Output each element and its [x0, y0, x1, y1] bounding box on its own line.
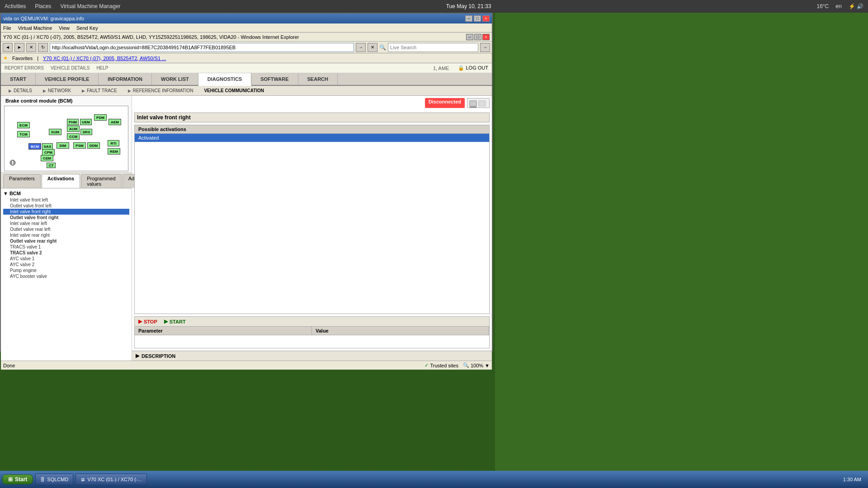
vm-minimize-button[interactable]: ─: [465, 15, 472, 22]
subnav-fault-trace-arrow: ▶: [82, 89, 85, 93]
ie-search-input[interactable]: [388, 43, 478, 52]
ie-stop-nav-button[interactable]: ✕: [368, 43, 377, 52]
tree-item-ayc-valve-1[interactable]: AYC valve 1: [3, 256, 129, 262]
ecu-uem[interactable]: UEM: [80, 119, 92, 125]
ecu-ddm[interactable]: DDM: [87, 142, 100, 149]
nav-software[interactable]: SOFTWARE: [251, 73, 298, 85]
ie-go-button[interactable]: →: [356, 43, 366, 52]
ecu-bcm[interactable]: BCM: [28, 143, 41, 150]
ie-close[interactable]: ×: [482, 34, 490, 40]
tree-item-pump-engine[interactable]: Pump engine: [3, 267, 129, 273]
tree-item-inlet-valve-rear-right[interactable]: Inlet valve rear right: [3, 232, 129, 238]
tree-item-outlet-valve-front-right[interactable]: Outlet valve front right: [3, 215, 129, 221]
subnav-network-arrow: ▶: [43, 89, 46, 93]
ie-favorites-label[interactable]: Favorites: [12, 56, 33, 61]
ie-menu-view[interactable]: View: [59, 25, 70, 31]
places-menu[interactable]: Places: [35, 3, 51, 9]
sqlcmd-icon: 🗄: [40, 477, 45, 482]
ecu-psm[interactable]: PSM: [73, 142, 86, 149]
svg-rect-2: [470, 101, 476, 106]
ecu-rti[interactable]: RTI: [108, 140, 119, 146]
desktop-top-right: 16°C en ⚡ 🔊: [816, 3, 863, 9]
ecu-ecm[interactable]: ECM: [17, 122, 30, 128]
nav-vehicle-profile[interactable]: VEHICLE PROFILE: [36, 73, 99, 85]
language[interactable]: en: [835, 3, 841, 9]
ecu-rem[interactable]: REM: [108, 148, 120, 155]
nav-diagnostics[interactable]: DIAGNOSTICS: [198, 73, 251, 86]
ie-menu-sendkey[interactable]: Send Key: [76, 25, 98, 31]
stop-button[interactable]: ▶ STOP: [138, 319, 157, 324]
tree-item-inlet-valve-front-right[interactable]: Inlet valve front right: [3, 209, 129, 215]
tree-group-bcm[interactable]: ▼ BCM: [3, 190, 129, 197]
start-button[interactable]: ▶ START: [164, 319, 186, 324]
vm-maximize-button[interactable]: □: [474, 15, 481, 22]
tree-list: ▼ BCM Inlet valve front left Outlet valv…: [1, 188, 132, 361]
ie-menu-vm[interactable]: Virtual Machine: [18, 25, 52, 31]
ecu-cem[interactable]: CEM: [41, 155, 53, 161]
taskbar-item-sqlcmd[interactable]: 🗄 SQLCMD: [35, 474, 73, 485]
nav-start[interactable]: START: [1, 73, 36, 85]
ecu-sas[interactable]: SAS: [42, 143, 53, 150]
ie-fav-item[interactable]: Y70 XC (01-) / XC70 (-07), 2005, B5254T2…: [43, 56, 166, 61]
tree-item-outlet-valve-rear-left[interactable]: Outlet valve rear left: [3, 226, 129, 232]
vm-titlebar: vida on QEMU/KVM: gravicappa.info ─ □ ×: [1, 14, 492, 23]
start-button[interactable]: ⊞ Start: [2, 474, 33, 484]
vm-right-panel: [495, 13, 868, 471]
ie-stop-button[interactable]: ✕: [26, 43, 36, 52]
ie-address-bar[interactable]: [50, 43, 354, 52]
logout-button[interactable]: 🔒 LOG OUT: [458, 65, 488, 71]
tree-item-inlet-valve-front-left[interactable]: Inlet valve front left: [3, 197, 129, 203]
tab-activations[interactable]: Activations: [42, 174, 80, 188]
ecu-dim[interactable]: DIM: [57, 142, 69, 149]
tree-item-inlet-valve-rear-left[interactable]: Inlet valve rear left: [3, 221, 129, 226]
vm-close-button[interactable]: ×: [482, 15, 490, 22]
activation-row-activated[interactable]: Activated: [135, 134, 489, 142]
ie-menu-file[interactable]: File: [3, 25, 11, 31]
ecu-ct[interactable]: CT: [47, 163, 56, 168]
ecu-ccm[interactable]: CCM: [67, 133, 80, 140]
activation-list: Activated: [134, 133, 490, 314]
ecu-pdm[interactable]: PDM: [94, 114, 107, 121]
tree-group-collapse-icon: ▼: [3, 191, 8, 196]
tab-programmed-values[interactable]: Programmed values: [81, 174, 122, 188]
tree-item-ayc-valve-2[interactable]: AYC valve 2: [3, 262, 129, 267]
help-link[interactable]: HELP: [96, 66, 108, 70]
subnav-fault-trace[interactable]: ▶ FAULT TRACE: [76, 86, 123, 95]
ecu-srs[interactable]: SRS: [80, 129, 92, 135]
nav-work-list[interactable]: WORK LIST: [152, 73, 198, 85]
ecu-tcm[interactable]: TCM: [17, 131, 30, 137]
report-errors-link[interactable]: REPORT ERRORS: [5, 66, 44, 70]
ecu-aum[interactable]: AUM: [67, 126, 80, 132]
subnav-vehicle-comm[interactable]: VEHICLE COMMUNICATION: [198, 86, 269, 95]
tree-item-outlet-valve-rear-right[interactable]: Outlet valve rear right: [3, 238, 129, 244]
tree-item-ayc-booster-valve[interactable]: AYC booster valve: [3, 273, 129, 279]
ie-statusbar: Done ✓ Trusted sites 🔍 100% ▼: [1, 361, 492, 370]
ie-minimize[interactable]: ─: [466, 34, 473, 40]
taskbar-item-v70[interactable]: 🖥 V70 XC (01-) / XC70 (-...: [75, 474, 146, 485]
nav-search[interactable]: SEARCH: [298, 73, 338, 85]
tab-parameters[interactable]: Parameters: [3, 174, 41, 188]
nav-information[interactable]: INFORMATION: [99, 73, 152, 85]
ie-search-icon: 🔍: [379, 44, 386, 51]
ecu-phm[interactable]: PHM: [67, 119, 79, 125]
ie-forward-button[interactable]: ►: [14, 43, 24, 52]
subnav-network[interactable]: ▶ NETWORK: [38, 86, 76, 95]
description-bar[interactable]: ▶ DESCRIPTION: [132, 351, 492, 361]
vehicle-details-link[interactable]: VEHICLE DETAILS: [51, 66, 90, 70]
vmm-menu[interactable]: Virtual Machine Manager: [60, 3, 120, 9]
ecu-aem[interactable]: AEM: [108, 119, 121, 125]
vida-main-area: Brake control module (BCM) ECM TCM BCM S…: [1, 96, 492, 361]
activities-link[interactable]: Activities: [5, 3, 26, 9]
subnav-details[interactable]: ▶ DETAILS: [3, 86, 38, 95]
ie-refresh-button[interactable]: ↻: [38, 43, 48, 52]
tree-item-tracs-valve-1[interactable]: TRACS valve 1: [3, 244, 129, 250]
ie-back-button[interactable]: ◄: [3, 43, 13, 52]
ecu-cpm[interactable]: CPM: [42, 149, 55, 155]
ie-restore[interactable]: □: [474, 34, 481, 40]
ecu-sum[interactable]: SUM: [49, 129, 61, 135]
zoom-control[interactable]: 🔍 100% ▼: [463, 362, 490, 368]
subnav-reference-info[interactable]: ▶ REFERENCE INFORMATION: [123, 86, 199, 95]
ie-search-go[interactable]: →: [480, 43, 490, 52]
tree-item-outlet-valve-front-left[interactable]: Outlet valve front left: [3, 203, 129, 209]
tree-item-tracs-valve-2[interactable]: TRACS valve 2: [3, 250, 129, 256]
